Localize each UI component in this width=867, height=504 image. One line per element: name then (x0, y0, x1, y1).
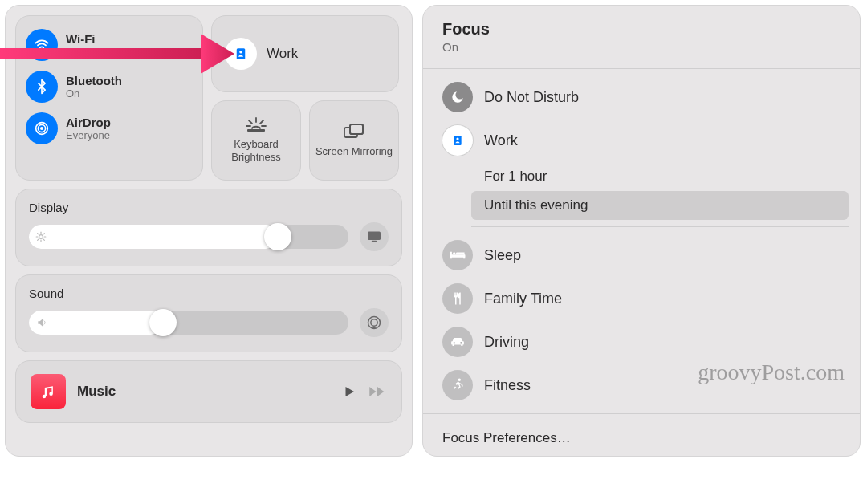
fast-forward-button[interactable] (368, 384, 387, 399)
connectivity-tile: Wi-Fi lion-luma Bluetooth On (15, 15, 203, 181)
svg-point-15 (39, 235, 43, 239)
svg-point-0 (41, 49, 43, 51)
svg-rect-11 (247, 129, 265, 132)
svg-rect-28 (454, 136, 461, 145)
display-slider[interactable] (29, 225, 348, 249)
svg-line-23 (43, 234, 44, 234)
svg-rect-32 (463, 254, 465, 258)
focus-item-work-label: Work (484, 132, 518, 149)
keyboard-brightness-tile[interactable]: Keyboard Brightness (211, 100, 301, 181)
focus-item-sleep-label: Sleep (484, 247, 521, 264)
focus-tile[interactable]: Work (211, 15, 399, 92)
sound-tile: Sound (15, 274, 402, 352)
focus-panel-title: Focus (442, 20, 841, 39)
work-badge-icon (225, 38, 257, 70)
focus-item-driving-label: Driving (484, 334, 529, 351)
watermark: groovyPost.com (698, 360, 845, 385)
focus-tile-label: Work (267, 46, 298, 62)
airdrop-title: AirDrop (66, 116, 111, 129)
work-badge-icon (442, 125, 473, 156)
screen-mirroring-icon (343, 123, 365, 140)
bluetooth-row[interactable]: Bluetooth On (24, 66, 194, 108)
bluetooth-title: Bluetooth (66, 74, 122, 87)
screen-mirroring-tile[interactable]: Screen Mirroring (309, 100, 399, 181)
focus-item-dnd[interactable]: Do Not Disturb (423, 75, 860, 119)
airdrop-status: Everyone (66, 129, 111, 141)
svg-point-33 (453, 252, 455, 254)
airplay-audio-button[interactable] (360, 308, 389, 337)
svg-rect-25 (372, 241, 377, 242)
focus-item-family-label: Family Time (484, 291, 562, 307)
svg-line-8 (260, 120, 263, 124)
focus-item-sleep[interactable]: Sleep (423, 234, 860, 277)
bluetooth-icon (26, 71, 58, 103)
running-icon (442, 370, 473, 400)
music-app-icon (31, 374, 66, 409)
moon-icon (442, 82, 473, 112)
svg-point-29 (456, 137, 458, 140)
svg-line-21 (43, 239, 44, 240)
svg-point-35 (460, 342, 462, 343)
wifi-title: Wi-Fi (66, 32, 108, 46)
wifi-network: lion-luma (66, 46, 108, 58)
svg-point-36 (458, 379, 461, 381)
svg-line-7 (249, 120, 252, 124)
focus-item-family[interactable]: Family Time (423, 277, 860, 320)
work-option-evening[interactable]: Until this evening (471, 191, 849, 220)
speaker-icon (35, 317, 48, 328)
airdrop-icon (26, 112, 58, 144)
svg-rect-31 (450, 252, 452, 259)
focus-panel-status: On (442, 40, 841, 54)
svg-rect-24 (368, 232, 381, 240)
focus-item-work[interactable]: Work (423, 119, 860, 162)
svg-point-5 (239, 51, 242, 54)
focus-preferences-link[interactable]: Focus Preferences… (423, 421, 860, 449)
svg-point-27 (371, 319, 377, 326)
display-title: Display (29, 201, 389, 214)
svg-point-34 (454, 342, 455, 343)
sound-title: Sound (29, 287, 389, 300)
wifi-icon (26, 29, 58, 61)
music-tile[interactable]: Music (15, 360, 402, 423)
display-menu-button[interactable] (360, 222, 389, 251)
fork-knife-icon (442, 283, 473, 314)
svg-rect-4 (237, 48, 246, 59)
svg-line-20 (38, 234, 39, 234)
sun-icon (35, 231, 47, 242)
display-tile: Display (15, 189, 402, 266)
work-option-1hour[interactable]: For 1 hour (423, 162, 860, 191)
control-center: Wi-Fi lion-luma Bluetooth On (5, 5, 413, 457)
bed-icon (442, 240, 473, 270)
focus-panel: Focus On Do Not Disturb Work For 1 hour … (422, 5, 861, 457)
car-icon (442, 327, 473, 357)
svg-rect-13 (350, 124, 363, 134)
svg-rect-30 (450, 254, 466, 258)
focus-item-driving[interactable]: Driving (423, 320, 860, 364)
keyboard-brightness-label: Keyboard Brightness (212, 138, 300, 163)
play-button[interactable] (342, 384, 356, 399)
focus-item-dnd-label: Do Not Disturb (484, 89, 579, 106)
wifi-row[interactable]: Wi-Fi lion-luma (24, 24, 194, 66)
keyboard-brightness-icon (245, 117, 267, 133)
svg-point-1 (40, 127, 43, 130)
bluetooth-status: On (66, 87, 122, 100)
airdrop-row[interactable]: AirDrop Everyone (24, 108, 194, 149)
focus-item-fitness-label: Fitness (484, 377, 531, 394)
music-title: Music (77, 384, 331, 400)
svg-line-22 (38, 239, 39, 240)
sound-slider[interactable] (29, 311, 348, 335)
screen-mirroring-label: Screen Mirroring (315, 145, 393, 158)
